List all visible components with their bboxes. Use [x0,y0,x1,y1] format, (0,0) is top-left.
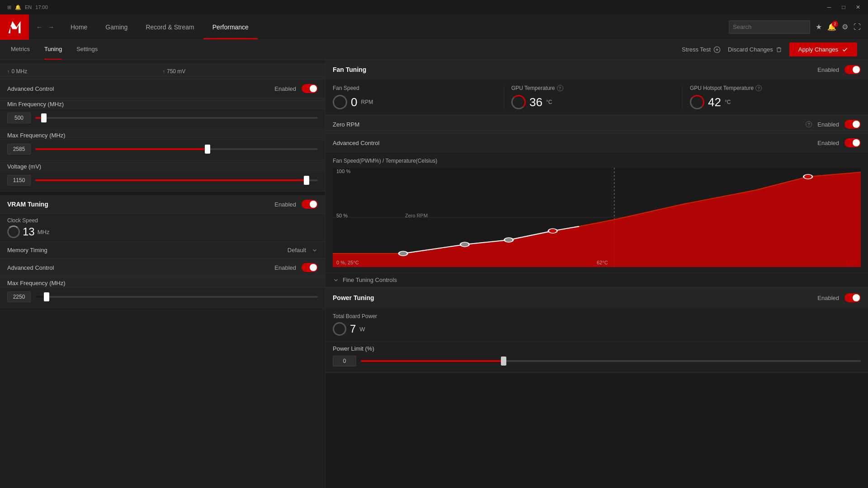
total-board-power-unit: W [359,326,365,333]
vram-max-freq-track[interactable] [35,296,318,298]
nav-items: Home Gaming Record & Stream Performance [61,14,258,39]
left-panel: ↑ 0 MHz ↑ 750 mV Advanced Control Enable… [0,60,326,488]
min-freq-track[interactable] [35,117,318,119]
close-button[interactable]: ✕ [852,1,864,14]
gpu-hotspot-info-icon[interactable]: ? [755,85,762,91]
chart-point-3[interactable] [505,238,513,242]
vram-max-freq-thumb[interactable] [44,292,49,301]
fan-speed-stat: Fan Speed 0 RPM [333,85,504,109]
voltage-thumb[interactable] [304,176,309,185]
gpu-hotspot-dial [690,95,704,109]
max-freq-value[interactable]: 2585 [7,144,31,155]
min-freq-label-row: Min Frequency (MHz) [0,98,325,109]
max-freq-slider-container: 2585 [7,144,318,155]
vram-tuning-title: VRAM Tuning [7,201,274,208]
fan-tuning-enabled-label: Enabled [817,66,839,73]
stress-test-label: Stress Test [682,46,711,53]
vram-advanced-control-label: Advanced Control [7,264,274,271]
voltage-slider-row: 1150 [0,171,325,192]
zero-rpm-chart-label: Zero RPM [405,213,428,218]
nav-item-gaming[interactable]: Gaming [96,14,137,39]
zero-rpm-toggle[interactable] [844,120,861,129]
nav-item-record-stream[interactable]: Record & Stream [137,14,203,39]
fan-chart-title: Fan Speed(PWM%) / Temperature(Celsius) [333,158,861,164]
notifications-icon[interactable]: 🔔 2 [827,23,836,31]
main-content: ↑ 0 MHz ↑ 750 mV Advanced Control Enable… [0,60,868,488]
settings-icon[interactable]: ⚙ [842,23,848,31]
stress-test-button[interactable]: Stress Test [682,46,721,53]
maximize-button[interactable]: □ [837,1,850,14]
discard-changes-button[interactable]: Discard Changes [728,46,782,53]
vram-tuning-value: Enabled [274,201,296,208]
power-tuning-toggle[interactable] [844,293,861,302]
back-button[interactable]: ← [34,22,44,33]
chart-point-1[interactable] [399,251,407,256]
clock-unit: MHz [38,229,50,235]
power-limit-thumb[interactable] [501,357,506,366]
power-tuning-enabled-label: Enabled [817,295,839,301]
fan-tuning-toggle[interactable] [844,65,861,74]
apply-changes-label: Apply Changes [798,46,838,53]
fan-speed-label: Fan Speed [333,85,359,91]
max-freq-thumb[interactable] [205,145,210,154]
voltage-fill [35,179,304,181]
vram-advanced-control-toggle[interactable] [302,263,318,272]
chart-y-mid-label: 50 % [336,213,348,218]
fan-chart-container[interactable]: 100 % 50 % 0 %, 25°C 62°C 100°C Zero RPM [333,168,861,267]
fine-tuning-controls[interactable]: Fine Tuning Controls [326,273,868,287]
voltage-track[interactable] [35,179,318,181]
vram-max-freq-slider-row: 2250 [0,288,325,308]
forward-button[interactable]: → [46,22,56,33]
power-tuning-title: Power Tuning [333,294,817,301]
chart-point-5[interactable] [803,174,812,179]
advanced-control-value: Enabled [274,85,296,92]
gpu-temp-number: 36 [529,95,542,109]
spacer-1 [0,192,325,195]
bookmark-icon[interactable]: ★ [816,23,822,31]
amd-logo [0,14,29,40]
zero-rpm-info-icon[interactable]: ? [806,121,812,127]
advanced-control-toggle[interactable] [302,84,318,93]
fan-speed-number: 0 [351,95,357,109]
voltage-label-row: Voltage (mV) [0,160,325,171]
subnav-tuning[interactable]: Tuning [44,40,62,60]
fullscreen-icon[interactable]: ⛶ [854,23,861,31]
chevron-down-icon[interactable] [311,247,318,253]
power-limit-value[interactable]: 0 [333,356,356,366]
clock-number: 13 [23,225,35,238]
min-freq-fill [35,117,41,119]
trash-icon [776,47,782,53]
gpu-temp-dial [511,95,526,109]
vram-tuning-toggle[interactable] [302,200,318,209]
chart-x-max-label: 100°C [845,260,859,265]
nav-item-home[interactable]: Home [61,14,96,39]
minimize-button[interactable]: ─ [823,1,835,14]
min-freq-thumb[interactable] [41,113,47,122]
gpu-hotspot-value-container: 42 °C [690,95,731,109]
vram-max-freq-label-row: Max Frequency (MHz) [0,277,325,288]
nav-item-performance[interactable]: Performance [203,14,258,39]
gpu-hotspot-number: 42 [708,95,721,109]
fan-advanced-control-toggle[interactable] [844,138,861,147]
memory-timing-label: Memory Timing [7,247,288,253]
max-freq-track[interactable] [35,148,318,150]
chart-point-2[interactable] [460,242,469,247]
min-freq-value[interactable]: 500 [7,113,31,123]
search-box[interactable] [729,20,810,34]
power-limit-track[interactable] [361,360,861,362]
header: ← → Home Gaming Record & Stream Performa… [0,14,868,40]
header-right: ★ 🔔 2 ⚙ ⛶ [729,20,868,34]
fan-advanced-control-row: Advanced Control Enabled [326,134,868,152]
gpu-temp-info-icon[interactable]: ? [557,85,563,91]
fan-chart-section: Fan Speed(PWM%) / Temperature(Celsius) [326,152,868,273]
search-input[interactable] [733,23,809,30]
power-limit-slider-container: 0 [333,356,861,366]
subnav-settings[interactable]: Settings [76,40,98,60]
chart-point-4[interactable] [548,229,557,233]
subnav-metrics[interactable]: Metrics [11,40,30,60]
gpu-temp-value-container: 36 °C [511,95,552,109]
apply-changes-button[interactable]: Apply Changes [789,42,857,56]
voltage-value[interactable]: 1150 [7,175,31,186]
gpu-temp-unit: °C [546,99,552,105]
vram-max-freq-value[interactable]: 2250 [7,291,31,302]
